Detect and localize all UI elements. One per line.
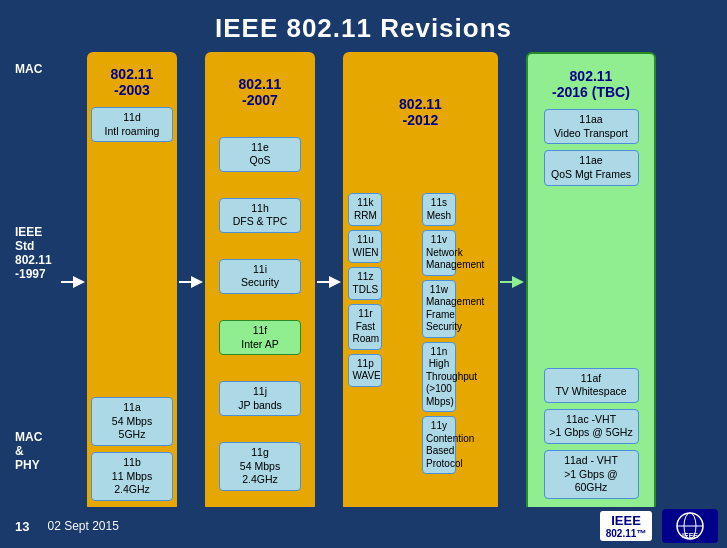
box-11w: 11wManagementFrameSecurity (422, 280, 456, 338)
page-title: IEEE 802.11 Revisions (3, 3, 724, 52)
box-11b: 11b11 Mbps2.4GHz (91, 452, 173, 501)
footer-date: 02 Sept 2015 (47, 519, 600, 533)
col-2003-label: 802.11-2003 (111, 66, 154, 98)
box-11h: 11hDFS & TPC (219, 198, 301, 233)
ieee-std-label: IEEE Std 802.11 -1997 (15, 225, 59, 281)
ieee-logo-text: IEEE (611, 513, 641, 528)
page-number: 13 (15, 519, 29, 534)
arrow-2012-to-2016 (498, 52, 526, 512)
column-2016: 802.11-2016 (TBC) 11aaVideo Transport 11… (526, 52, 656, 512)
arrow-icon (500, 272, 524, 292)
box-11ac: 11ac -VHT>1 Gbps @ 5GHz (544, 409, 639, 444)
box-11r: 11rFast Roam (348, 304, 382, 350)
svg-text:IEEE: IEEE (682, 532, 698, 539)
box-11s: 11sMesh (422, 193, 456, 226)
box-11e: 11eQoS (219, 137, 301, 172)
column-2003: 802.11-2003 11dIntl roaming 11a54 Mbps5G… (87, 52, 177, 512)
left-labels: MAC IEEE Std 802.11 -1997 MAC & PHY (11, 52, 59, 512)
box-11d: 11dIntl roaming (91, 107, 173, 142)
column-2007: 802.11-2007 11eQoS 11hDFS & TPC 11iSecur… (205, 52, 315, 512)
arrow-ieee-to-2003 (59, 52, 87, 512)
box-11ad: 11ad - VHT>1 Gbps @ 60GHz (544, 450, 639, 499)
logos-area: IEEE 802.11™ IEEE (600, 509, 718, 543)
arrow-icon (179, 272, 203, 292)
page-container: IEEE 802.11 Revisions MAC IEEE Std 802.1… (0, 0, 727, 548)
arrow-icon (317, 272, 341, 292)
arrow-2007-to-2012 (315, 52, 343, 512)
column-2012: 802.11-2012 11kRRM 11uWIEN 11zTDLS 11rFa… (343, 52, 498, 512)
ieee-main-logo: IEEE (662, 509, 718, 543)
box-11i: 11iSecurity (219, 259, 301, 294)
box-11j: 11jJP bands (219, 381, 301, 416)
box-11p: 11pWAVE (348, 354, 382, 387)
box-11u: 11uWIEN (348, 230, 382, 263)
footer-bar: 13 02 Sept 2015 IEEE 802.11™ IEEE (3, 507, 727, 545)
col-2012-label: 802.11-2012 (399, 96, 442, 128)
box-11n: 11nHighThroughput(>100 Mbps) (422, 342, 456, 413)
col-2007-label: 802.11-2007 (239, 76, 282, 108)
main-area: MAC IEEE Std 802.11 -1997 MAC & PHY 802.… (11, 52, 716, 512)
box-11a: 11a54 Mbps5GHz (91, 397, 173, 446)
arrow-2003-to-2007 (177, 52, 205, 512)
box-11g: 11g54 Mbps2.4GHz (219, 442, 301, 491)
mac-phy-label: MAC & PHY (15, 430, 59, 512)
box-11aa: 11aaVideo Transport (544, 109, 639, 144)
ieee-802-logo: IEEE 802.11™ (600, 511, 652, 541)
mac-label-top: MAC (15, 52, 59, 76)
box-11af: 11afTV Whitespace (544, 368, 639, 403)
ieee-globe-logo: IEEE (670, 512, 710, 540)
col-2012-boxes: 11kRRM 11uWIEN 11zTDLS 11rFast Roam 11pW… (347, 193, 494, 474)
box-11ae: 11aeQoS Mgt Frames (544, 150, 639, 185)
box-11k: 11kRRM (348, 193, 382, 226)
box-11z: 11zTDLS (348, 267, 382, 300)
box-11f: 11fInter AP (219, 320, 301, 355)
box-11v: 11vNetworkManagement (422, 230, 456, 276)
arrow-icon (61, 272, 85, 292)
ieee-logo-subtext: 802.11™ (606, 528, 647, 539)
col-2016-label: 802.11-2016 (TBC) (552, 68, 630, 100)
box-11y: 11yContentionBasedProtocol (422, 416, 456, 474)
